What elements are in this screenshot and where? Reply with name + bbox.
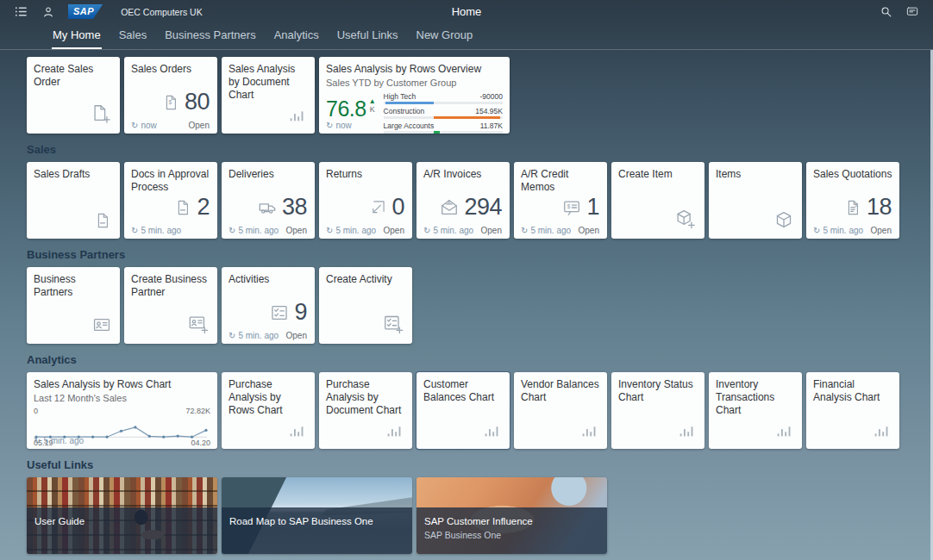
refresh-icon: ↻: [131, 121, 138, 130]
user-icon[interactable]: [41, 5, 55, 19]
tile-activities[interactable]: Activities9↻5 min. agoOpen: [222, 267, 315, 344]
checklist-icon: [270, 303, 289, 322]
tile-create-activity[interactable]: Create Activity: [319, 267, 412, 344]
kpi-value: 2: [197, 194, 210, 221]
tile-title: Sales Analysis by Document Chart: [229, 63, 308, 102]
refresh-text: 5 min. ago: [43, 436, 84, 445]
tile-sales-orders[interactable]: Sales Orders$80↻nowOpen: [124, 57, 217, 134]
doc-dollar-icon: $: [162, 94, 179, 111]
tile-footer: ↻nowOpen: [131, 121, 210, 130]
tile-action-label: Open: [286, 331, 307, 340]
tile-title: Financial Analysis Chart: [813, 378, 892, 404]
tile-action-label: Open: [189, 121, 210, 130]
refresh-status: ↻5 min. ago: [813, 226, 863, 235]
tile-title: Purchase Analysis by Document Chart: [326, 378, 405, 417]
kpi-value: 38: [282, 194, 307, 221]
chart-bars-icon: [287, 420, 306, 439]
link-overlay: User Guide: [27, 507, 217, 554]
section-title-business-partners: Business Partners: [27, 248, 933, 261]
copilot-icon[interactable]: [905, 5, 919, 18]
tile-a-r-credit-memos[interactable]: A/R Credit Memos$1↻5 min. agoOpen: [514, 162, 607, 239]
tile-sales-analysis-by-document-chart[interactable]: Sales Analysis by Document Chart: [222, 57, 315, 134]
tile-action-label: Open: [286, 226, 307, 235]
kpi-area: $80: [162, 89, 210, 115]
tile-title: Vendor Balances Chart: [521, 378, 600, 404]
tile-vendor-balances-chart[interactable]: Vendor Balances Chart: [514, 372, 607, 449]
tab-analytics[interactable]: Analytics: [273, 28, 320, 49]
tile-returns[interactable]: Returns0↻5 min. agoOpen: [319, 162, 412, 239]
tile-sales-analysis-by-rows-overview[interactable]: Sales Analysis by Rows OverviewSales YTD…: [319, 57, 510, 134]
kpi-value: 294: [464, 194, 502, 221]
tile-customer-balances-chart[interactable]: Customer Balances Chart: [416, 372, 510, 449]
tile-sales-quotations[interactable]: Sales Quotations$18↻5 min. agoOpen: [806, 162, 899, 239]
tile-row: Business PartnersCreate Business Partner…: [27, 267, 933, 344]
tile-business-partners[interactable]: Business Partners: [27, 267, 120, 344]
kpi-value: 76.8: [326, 96, 366, 121]
chart-bars-icon: [385, 420, 404, 439]
tile-inventory-transactions-chart[interactable]: Inventory Transactions Chart: [709, 372, 802, 449]
refresh-text: 5 min. ago: [823, 226, 863, 235]
tile-title: Business Partners: [34, 273, 113, 299]
tab-new-group[interactable]: New Group: [416, 28, 474, 49]
kpi-area: 76.8▲K: [326, 96, 376, 136]
chart-bars-icon: [287, 105, 306, 124]
refresh-icon: ↻: [521, 227, 528, 235]
tile-items[interactable]: Items: [709, 162, 802, 239]
tile-a-r-invoices[interactable]: A/R Invoices$294↻5 min. agoOpen: [416, 162, 510, 239]
sap-logo: SAP: [68, 4, 103, 19]
link-title: Road Map to SAP Business One: [229, 516, 404, 527]
tile-sales-analysis-by-rows-chart[interactable]: Sales Analysis by Rows ChartLast 12 Mont…: [27, 372, 217, 449]
tile-financial-analysis-chart[interactable]: Financial Analysis Chart: [806, 372, 899, 449]
tab-business-partners[interactable]: Business Partners: [164, 28, 257, 49]
link-tile-sap-customer-influence[interactable]: SAP Customer InfluenceSAP Business One: [416, 477, 607, 554]
svg-text:$: $: [448, 199, 451, 204]
tile-action-label: Open: [871, 226, 892, 235]
chart-max-label: 72.82K: [185, 407, 210, 415]
refresh-icon: ↻: [813, 227, 820, 235]
kpi-area: 2: [174, 194, 210, 221]
tile-action-label: Open: [481, 226, 502, 235]
trend-up-indicator: ▲K: [369, 98, 376, 114]
tile-create-sales-order[interactable]: Create Sales Order: [27, 57, 120, 134]
tile-groups: Create Sales OrderSales Orders$80↻nowOpe…: [0, 50, 933, 554]
doc-plus-icon: [91, 103, 111, 124]
refresh-text: now: [141, 121, 156, 130]
tab-my-home[interactable]: My Home: [52, 28, 102, 49]
shell-header: SAP OEC Computers UK Home: [0, 0, 933, 23]
link-tile-user-guide[interactable]: User Guide: [27, 477, 217, 554]
refresh-status: ↻now: [131, 121, 157, 130]
refresh-icon: ↻: [34, 437, 41, 445]
doc-icon: [94, 212, 111, 229]
tile-title: Sales Analysis by Rows Overview: [326, 63, 503, 76]
tile-deliveries[interactable]: Deliveries38↻5 min. agoOpen: [222, 162, 315, 239]
kpi-value: 1: [586, 194, 599, 221]
tab-sales[interactable]: Sales: [118, 28, 148, 49]
link-tile-road-map-to-sap-business-one[interactable]: Road Map to SAP Business One: [222, 477, 412, 554]
contact-card-plus-icon: [188, 314, 209, 334]
tile-title: Inventory Status Chart: [618, 378, 698, 404]
kpi-value: 80: [185, 89, 210, 115]
kpi-area: $18: [844, 194, 892, 221]
tile-purchase-analysis-by-document-chart[interactable]: Purchase Analysis by Document Chart: [319, 372, 412, 449]
chart-bars-icon: [677, 420, 696, 439]
search-icon[interactable]: [880, 5, 892, 18]
tile-create-business-partner[interactable]: Create Business Partner: [124, 267, 217, 344]
section-title-sales: Sales: [27, 143, 933, 156]
tab-useful-links[interactable]: Useful Links: [336, 28, 399, 49]
tile-purchase-analysis-by-rows-chart[interactable]: Purchase Analysis by Rows Chart: [222, 372, 315, 449]
tile-action-label: Open: [384, 226, 404, 235]
tile-docs-in-approval-process[interactable]: Docs in Approval Process2↻5 min. ago: [124, 162, 217, 239]
menu-icon[interactable]: [14, 4, 28, 19]
comparison-labels: Construction154.95K: [384, 107, 503, 115]
link-title: SAP Customer Influence: [424, 516, 599, 527]
refresh-status: ↻5 min. ago: [34, 436, 84, 445]
comparison-bar-fill: [434, 131, 440, 134]
refresh-text: 5 min. ago: [141, 226, 181, 235]
tile-action-label: Open: [579, 226, 599, 235]
tile-sales-drafts[interactable]: Sales Drafts: [27, 162, 120, 239]
tile-subtitle: Sales YTD by Customer Group: [326, 78, 503, 89]
box-plus-icon: [675, 208, 696, 229]
tile-inventory-status-chart[interactable]: Inventory Status Chart: [611, 372, 704, 449]
quote-icon: $: [844, 199, 861, 216]
tile-create-item[interactable]: Create Item: [611, 162, 704, 239]
